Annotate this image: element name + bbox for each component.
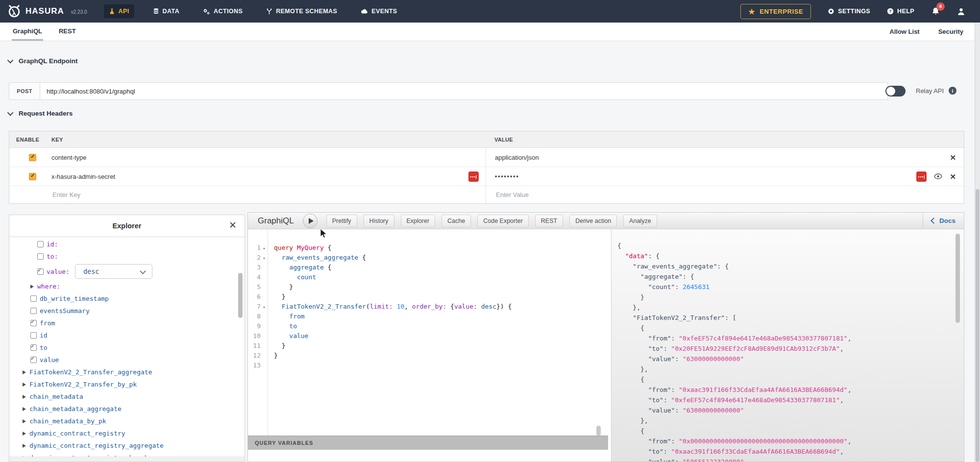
lastpass-icon[interactable]: •••|: [916, 171, 927, 182]
code-exporter-button[interactable]: Code Exporter: [477, 215, 529, 227]
reveal-value-eye-icon[interactable]: [934, 173, 942, 179]
link-allow-list[interactable]: Allow List: [889, 28, 919, 35]
settings-button[interactable]: SETTINGS: [828, 8, 870, 15]
nav-item-api[interactable]: API: [104, 4, 134, 18]
line-number: 10: [248, 331, 261, 341]
order-direction-dropdown[interactable]: desc: [75, 264, 152, 279]
cache-button[interactable]: Cache: [441, 215, 471, 227]
nav-item-actions[interactable]: ACTIONS: [198, 4, 247, 18]
new-header-key-input[interactable]: [51, 191, 438, 199]
tab-rest[interactable]: REST: [58, 23, 77, 41]
explorer-item-FiatTokenV2_2_Transfer_aggregate[interactable]: FiatTokenV2_2_Transfer_aggregate: [9, 366, 245, 378]
explorer-item-chain_metadata_by_pk[interactable]: chain_metadata_by_pk: [9, 415, 245, 427]
explorer-item-chain_metadata_aggregate[interactable]: chain_metadata_aggregate: [9, 403, 245, 415]
explorer-item-where[interactable]: where:: [9, 280, 245, 292]
field-checkbox[interactable]: [30, 295, 37, 302]
star-icon: ★: [748, 8, 755, 15]
header-row-content-type: content-typeapplication/json✕: [9, 148, 964, 167]
query-variables-editor[interactable]: [248, 450, 608, 462]
enterprise-button[interactable]: ★ ENTERPRISE: [740, 4, 811, 19]
explorer-panel: Explorer ✕ id:to:value:descwhere:db_writ…: [9, 215, 245, 462]
nav-item-label: API: [119, 8, 129, 15]
history-button[interactable]: History: [364, 215, 394, 227]
explorer-item-chain_metadata[interactable]: chain_metadata: [9, 390, 245, 403]
help-button[interactable]: ? HELP: [887, 8, 914, 15]
response-line: "FiatTokenV2_2_Transfer": [: [617, 313, 954, 323]
analyze-button[interactable]: Analyze: [623, 215, 657, 227]
user-menu-button[interactable]: [957, 7, 965, 16]
fold-arrow-icon[interactable]: ▾: [261, 243, 268, 253]
link-security[interactable]: Security: [938, 28, 963, 35]
hasura-logo[interactable]: HASURA v2.23.0: [7, 4, 87, 19]
explorer-button[interactable]: Explorer: [401, 215, 436, 227]
gear-icon: [828, 8, 834, 15]
header-value[interactable]: ••••••••: [495, 173, 519, 180]
explorer-item-id[interactable]: id: [9, 329, 245, 341]
explorer-item-to[interactable]: to:: [9, 250, 245, 263]
rest-button[interactable]: REST: [535, 215, 563, 227]
tab-graphiql[interactable]: GraphiQL: [12, 23, 43, 41]
new-header-value-input[interactable]: [495, 191, 912, 199]
field-checkbox[interactable]: [30, 320, 37, 326]
header-enabled-checkbox[interactable]: [29, 173, 36, 180]
execute-query-button[interactable]: [303, 214, 318, 228]
query-editor[interactable]: 1▾query MyQuery {2▾ raw_events_aggregate…: [248, 229, 608, 462]
nav-item-remote-schemas[interactable]: REMOTE SCHEMAS: [261, 4, 342, 18]
explorer-item-value[interactable]: value: [9, 354, 245, 366]
graphql-endpoint-section-toggle[interactable]: GraphQL Endpoint: [9, 57, 78, 65]
explorer-item-eventsSummary[interactable]: eventsSummary: [9, 305, 245, 317]
window-scrollbar-thumb[interactable]: [976, 189, 980, 462]
explorer-item-dynamic_contract_registry_aggregate[interactable]: dynamic_contract_registry_aggregate: [9, 439, 245, 452]
info-icon[interactable]: i: [949, 87, 956, 95]
response-scrollbar[interactable]: [956, 234, 960, 323]
close-icon[interactable]: ✕: [229, 220, 237, 230]
query-line: 2▾ raw_events_aggregate {: [248, 253, 608, 263]
line-number: 11: [248, 341, 261, 351]
field-checkbox[interactable]: [30, 308, 37, 314]
explorer-hscrollbar[interactable]: [9, 457, 245, 462]
field-checkbox[interactable]: [30, 357, 37, 363]
explorer-item-dynamic_contract_registry[interactable]: dynamic_contract_registry: [9, 427, 245, 439]
explorer-item-FiatTokenV2_2_Transfer_by_pk[interactable]: FiatTokenV2_2_Transfer_by_pk: [9, 378, 245, 390]
line-number: 2: [248, 253, 261, 263]
field-checkbox[interactable]: [37, 241, 44, 247]
query-line: 10 value: [248, 331, 608, 341]
fold-gutter: [261, 361, 268, 370]
explorer-item-db_write_timestamp[interactable]: db_write_timestamp: [9, 292, 245, 305]
line-number: 13: [248, 361, 261, 370]
derive-action-button[interactable]: Derive action: [569, 215, 617, 227]
chevron-down-icon: [7, 110, 14, 116]
nav-item-data[interactable]: DATA: [148, 4, 184, 18]
toggle-knob: [886, 87, 895, 96]
window-scrollbar[interactable]: [975, 23, 980, 462]
explorer-item-to[interactable]: to: [9, 341, 245, 354]
remove-header-icon[interactable]: ✕: [950, 154, 956, 161]
query-variables-bar[interactable]: QUERY VARIABLES: [248, 436, 608, 450]
request-headers-section-toggle[interactable]: Request Headers: [9, 110, 73, 117]
field-checkbox[interactable]: [30, 344, 37, 351]
explorer-scrollbar[interactable]: [238, 273, 243, 318]
explorer-item-value[interactable]: value:desc: [9, 263, 245, 280]
caret-right-icon: [23, 419, 26, 423]
header-key[interactable]: content-type: [51, 154, 87, 161]
fold-arrow-icon[interactable]: ▾: [261, 302, 268, 312]
docs-button[interactable]: Docs: [923, 213, 964, 229]
field-checkbox[interactable]: [37, 253, 44, 260]
field-checkbox[interactable]: [30, 332, 37, 339]
header-enabled-checkbox[interactable]: [29, 154, 36, 161]
remove-header-icon[interactable]: ✕: [950, 173, 956, 180]
editor-scrollbar[interactable]: [596, 426, 601, 436]
prettify-button[interactable]: Prettify: [326, 215, 357, 227]
notifications-button[interactable]: 8: [931, 7, 940, 16]
relay-api-toggle[interactable]: [885, 86, 906, 97]
lastpass-icon[interactable]: •••|: [468, 171, 479, 182]
graphql-endpoint-input[interactable]: [40, 82, 888, 100]
header-key[interactable]: x-hasura-admin-secret: [51, 173, 115, 180]
explorer-item-id[interactable]: id:: [9, 238, 245, 250]
header-value[interactable]: application/json: [495, 154, 539, 161]
explorer-item-from[interactable]: from: [9, 317, 245, 329]
field-checkbox[interactable]: [37, 268, 44, 275]
fold-arrow-icon[interactable]: ▾: [261, 253, 268, 263]
explorer-item-label: db_write_timestamp: [40, 295, 109, 302]
nav-item-events[interactable]: EVENTS: [356, 4, 402, 18]
